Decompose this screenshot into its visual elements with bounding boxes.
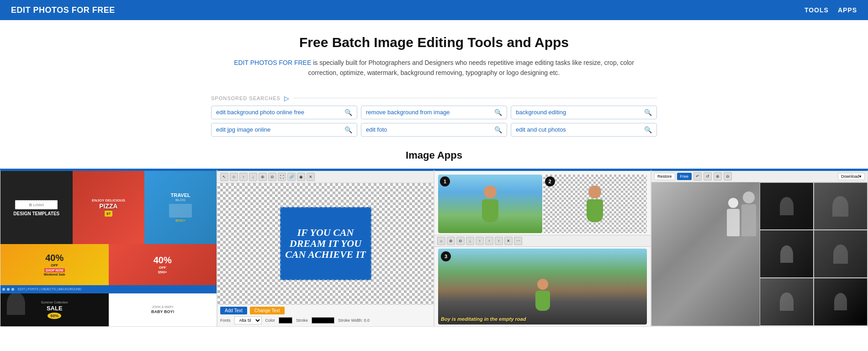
card1-toolbar: EDIT | FONTS | OBJECTS | BACKGROUND xyxy=(0,285,217,293)
search-icon-1: 🔍 xyxy=(494,109,502,116)
card1-top-row: ⊞ LOGO DESIGN TEMPLATES ENJOY DELICIOUS … xyxy=(0,171,217,244)
card1-pct2: 40% xyxy=(153,255,172,266)
thumb-person-6 xyxy=(834,293,847,310)
search-item-4[interactable]: edit foto 🔍 xyxy=(361,123,507,137)
tb-btn-link[interactable]: 🔗 xyxy=(287,173,296,181)
card-text-editor[interactable]: ↖ ⊹ ↑ ↓ ⊕ ⊖ ⛶ 🔗 ◉ ✕ IF YOU CAN DREAM IT … xyxy=(217,170,434,327)
card3-tb-arr1[interactable]: ↑ xyxy=(485,237,493,245)
thumb-inner-1 xyxy=(760,183,813,230)
nav-apps[interactable]: APPS xyxy=(838,6,857,14)
person-b-body xyxy=(741,204,756,236)
card4-free-btn[interactable]: Free xyxy=(677,173,692,180)
card3-tb-zoomout[interactable]: ⊖ xyxy=(456,237,465,245)
tb-btn-cursor[interactable]: ↖ xyxy=(220,173,228,181)
card3-tb-up[interactable]: ↑ xyxy=(476,237,484,245)
card1-cell-travel: TRAVEL BLOG $500+ xyxy=(144,171,217,244)
card4-content xyxy=(651,182,868,326)
card3-result-box: 3 Boy is meditating in the empty road xyxy=(438,249,647,324)
search-grid: edit background photo online free 🔍 remo… xyxy=(211,106,657,137)
tb-btn-more1[interactable]: ◉ xyxy=(297,173,305,181)
card1-sale-big: SALE xyxy=(47,305,63,312)
card4-tb-4[interactable]: ⊖ xyxy=(724,172,732,181)
person2-head xyxy=(588,186,601,198)
header: EDIT PHOTOS FOR FREE TOOLS APPS xyxy=(0,0,868,20)
toolbar-dot2 xyxy=(7,288,10,291)
card3-preview: 1 2 xyxy=(434,171,651,326)
fonts-label: Fonts xyxy=(220,318,231,323)
card3-tb-more[interactable]: ⋯ xyxy=(514,237,522,245)
person-a-body xyxy=(727,209,740,236)
card1-design-templates-text: DESIGN TEMPLATES xyxy=(13,211,59,216)
card3-toolbar: ⌂ ⊕ ⊖ ↓ ↑ ↑ ↑ ✕ ⋯ xyxy=(434,235,651,247)
card1-off2: OFF xyxy=(159,266,166,270)
card4-restore-btn[interactable]: Restore xyxy=(654,173,675,180)
card1-travel-title: TRAVEL xyxy=(171,192,191,198)
font-select[interactable]: Alta Slab One xyxy=(234,316,262,324)
thumb-person-5 xyxy=(780,292,794,311)
card4-download-btn[interactable]: Download▾ xyxy=(838,173,865,180)
search-text-0: edit background photo online free xyxy=(216,109,304,116)
card2-canvas: IF YOU CAN DREAM IT YOU CAN ACHIEVE IT xyxy=(217,183,434,304)
card1-summer-label: Summer Collection xyxy=(41,301,68,304)
card1-baby-prefix: JOHN & MARY xyxy=(152,305,174,308)
card1-cell-summer: Summer Collection SALE 50% xyxy=(0,293,109,326)
tb-btn-expand[interactable]: ⛶ xyxy=(278,173,286,181)
card4-tb-1[interactable]: ↶ xyxy=(693,172,702,181)
change-text-button[interactable]: Change Text xyxy=(250,307,285,314)
search-item-1[interactable]: remove background from image 🔍 xyxy=(361,106,507,119)
card-design-templates[interactable]: ⊞ LOGO DESIGN TEMPLATES ENJOY DELICIOUS … xyxy=(0,170,217,327)
card3-tb-home[interactable]: ⌂ xyxy=(437,237,445,245)
card-background-remover[interactable]: 1 2 xyxy=(434,170,651,327)
tb-btn-down[interactable]: ↓ xyxy=(249,173,257,181)
stroke-width-label: Stroke Width: 0.0 xyxy=(338,318,370,323)
card1-off1: OFF xyxy=(51,263,58,267)
card1-pizza-sub: ENJOY DELICIOUS xyxy=(92,198,125,202)
card4-main-image xyxy=(651,182,760,326)
card4-couple-silhouette-group xyxy=(727,191,756,236)
card3-tb-del[interactable]: ✕ xyxy=(504,237,513,245)
search-item-2[interactable]: background editing 🔍 xyxy=(511,106,657,119)
apps-grid: ⊞ LOGO DESIGN TEMPLATES ENJOY DELICIOUS … xyxy=(0,169,868,327)
nav-tools[interactable]: TOOLS xyxy=(804,6,829,14)
hero-description: EDIT PHOTOS FOR FREE is specially built … xyxy=(228,58,640,78)
color-picker-box[interactable] xyxy=(279,317,292,324)
thumb-person-1 xyxy=(780,197,794,215)
hero-brand: EDIT PHOTOS FOR FREE xyxy=(234,59,311,66)
person3-head xyxy=(537,279,548,290)
card3-tb-down[interactable]: ↓ xyxy=(466,237,474,245)
toolbar-dot1 xyxy=(2,288,5,291)
card3-tb-zoomin[interactable]: ⊕ xyxy=(447,237,455,245)
card1-sale-sub1: Weekend Sale xyxy=(44,273,65,276)
hero-desc-text: is specially built for Photographers and… xyxy=(308,59,634,76)
card3-tb-arr2[interactable]: ↑ xyxy=(495,237,503,245)
search-item-5[interactable]: edit and cut photos 🔍 xyxy=(511,123,657,137)
card1-pizza-badge: $7 xyxy=(105,211,112,217)
sponsored-label: SPONSORED SEARCHES ▷ xyxy=(211,95,657,102)
card4-tb-2[interactable]: ↺ xyxy=(704,172,712,181)
person-a-head xyxy=(728,198,738,208)
person-b xyxy=(741,191,756,236)
tb-btn-zoomin[interactable]: ⊕ xyxy=(259,173,267,181)
tb-btn-zoomout[interactable]: ⊖ xyxy=(268,173,276,181)
card1-cell-pizza: ENJOY DELICIOUS PIZZA $7 xyxy=(73,171,145,244)
thumb-inner-5 xyxy=(760,278,813,325)
card1-sale-row: 40% OFF SHOP NOW Weekend Sale 40% OFF $5… xyxy=(0,244,217,285)
tb-btn-up[interactable]: ↑ xyxy=(239,173,248,181)
add-text-button[interactable]: Add Text xyxy=(220,307,247,314)
card2-preview: ↖ ⊹ ↑ ↓ ⊕ ⊖ ⛶ 🔗 ◉ ✕ IF YOU CAN DREAM IT … xyxy=(217,171,434,326)
stroke-box[interactable] xyxy=(312,317,334,324)
thumb-person-4 xyxy=(833,245,848,264)
card1-bottom: Summer Collection SALE 50% JOHN & MARY B… xyxy=(0,293,217,326)
card4-thumb-4 xyxy=(814,230,868,278)
card4-preview: Restore Free ↶ ↺ ⊕ ⊖ Download▾ xyxy=(651,171,868,326)
card2-text-box: IF YOU CAN DREAM IT YOU CAN ACHIEVE IT xyxy=(280,207,371,280)
search-item-3[interactable]: edit jpg image online 🔍 xyxy=(211,123,357,137)
card3-person1 xyxy=(482,186,498,222)
tb-btn-resize[interactable]: ⊹ xyxy=(230,173,238,181)
card4-tb-3[interactable]: ⊕ xyxy=(714,172,722,181)
card-photo-collage[interactable]: Restore Free ↶ ↺ ⊕ ⊖ Download▾ xyxy=(651,170,868,327)
site-title[interactable]: EDIT PHOTOS FOR FREE xyxy=(11,5,115,15)
search-item-0[interactable]: edit background photo online free 🔍 xyxy=(211,106,357,119)
tb-btn-more2[interactable]: ✕ xyxy=(307,173,315,181)
card4-thumb-2 xyxy=(814,182,868,230)
